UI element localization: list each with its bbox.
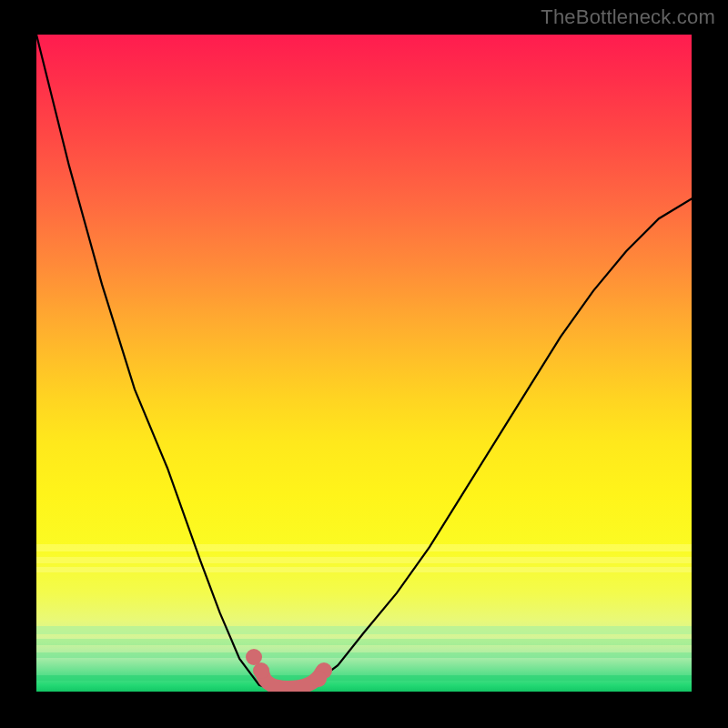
watermark-text: TheBottleneck.com (541, 5, 715, 29)
figure-root: TheBottleneck.com (0, 0, 728, 728)
gradient-background (36, 35, 692, 692)
plot-area (36, 35, 692, 692)
